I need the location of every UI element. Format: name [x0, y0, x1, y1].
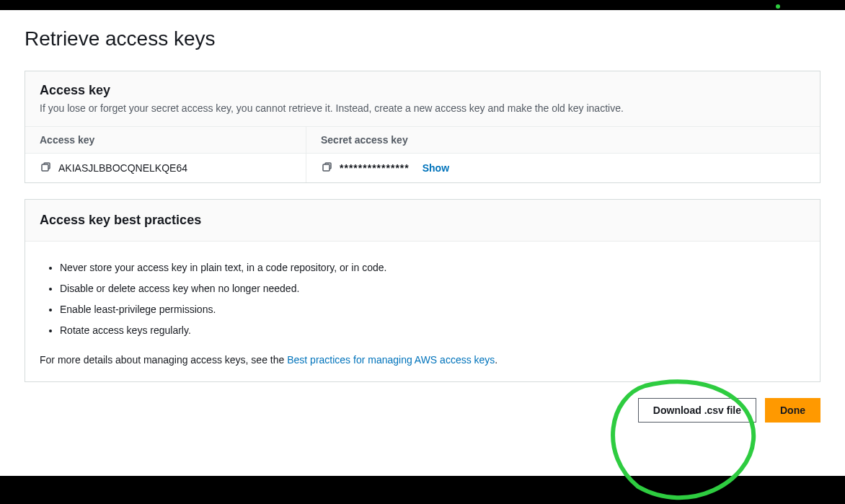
more-details-suffix: .: [495, 354, 497, 366]
list-item: Never store your access key in plain tex…: [60, 257, 805, 278]
list-item: Disable or delete access key when no lon…: [60, 278, 805, 299]
access-key-cell: AKIASJLBBOCQNELKQE64: [25, 154, 306, 182]
show-secret-link[interactable]: Show: [422, 162, 449, 174]
best-practices-panel: Access key best practices Never store yo…: [25, 199, 820, 382]
best-practices-title: Access key best practices: [40, 213, 805, 228]
best-practices-header: Access key best practices: [25, 200, 820, 242]
list-item: Enable least-privilege permissions.: [60, 299, 805, 320]
best-practices-body: Never store your access key in plain tex…: [25, 242, 820, 381]
action-row: Download .csv file Done: [25, 398, 820, 423]
bottom-bar: [0, 476, 845, 504]
access-key-table-header: Access key Secret access key: [25, 127, 820, 154]
page-title: Retrieve access keys: [25, 27, 820, 50]
status-dot-icon: [776, 4, 780, 9]
list-item: Rotate access keys regularly.: [60, 320, 805, 341]
best-practices-list: Never store your access key in plain tex…: [40, 257, 805, 341]
top-bar: [0, 0, 845, 10]
access-key-value: AKIASJLBBOCQNELKQE64: [58, 162, 187, 174]
column-header-access-key: Access key: [25, 127, 306, 153]
secret-key-cell: *************** Show: [306, 154, 820, 182]
main-content: Retrieve access keys Access key If you l…: [0, 10, 845, 476]
copy-icon[interactable]: [321, 162, 332, 174]
secret-key-masked: ***************: [340, 162, 410, 174]
download-csv-button[interactable]: Download .csv file: [638, 398, 756, 423]
access-key-panel-description: If you lose or forget your secret access…: [40, 101, 805, 116]
column-header-secret-key: Secret access key: [306, 127, 820, 153]
svg-rect-0: [42, 164, 48, 171]
done-button[interactable]: Done: [765, 398, 820, 423]
svg-rect-1: [323, 164, 329, 171]
access-key-panel-title: Access key: [40, 83, 805, 98]
access-key-panel-header: Access key If you lose or forget your se…: [25, 71, 820, 127]
more-details-prefix: For more details about managing access k…: [40, 354, 287, 366]
best-practices-link[interactable]: Best practices for managing AWS access k…: [287, 354, 495, 366]
access-key-panel: Access key If you lose or forget your se…: [25, 71, 820, 183]
copy-icon[interactable]: [40, 162, 51, 174]
access-key-table-row: AKIASJLBBOCQNELKQE64 *************** Sho…: [25, 154, 820, 182]
more-details-text: For more details about managing access k…: [40, 354, 805, 366]
